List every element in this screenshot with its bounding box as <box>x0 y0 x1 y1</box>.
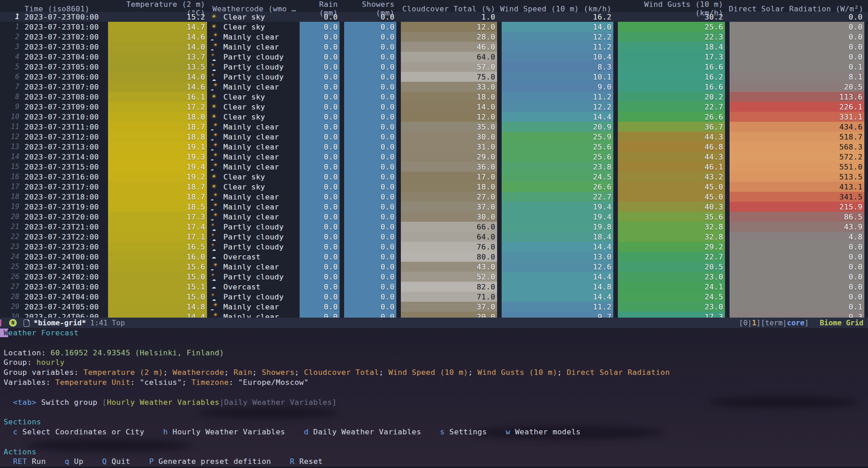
weathercode-label: Partly cloudy <box>223 243 284 251</box>
table-row[interactable]: 92023-07-23T09:0017.2☀Clear sky0.00.014.… <box>0 102 868 112</box>
partly-cloudy-icon: ☀☁ <box>211 292 222 302</box>
cell-showers: 0.0 <box>342 152 399 162</box>
line-number: 26 <box>0 272 22 282</box>
cell-time: 2023-07-23T13:00 <box>22 142 106 152</box>
action-run[interactable]: Run <box>27 457 46 466</box>
key-p[interactable]: P <box>149 457 153 466</box>
table-row[interactable]: 262023-07-24T02:0015.0☀☁Partly cloudy0.0… <box>0 272 868 282</box>
cell-rain: 0.0 <box>298 282 342 292</box>
cell-weathercode: ☀☁Mainly clear <box>210 312 298 318</box>
cell-wind-gusts: 20.2 <box>616 92 728 102</box>
cell-time: 2023-07-24T04:00 <box>22 292 106 302</box>
action-reset[interactable]: Reset <box>295 457 323 466</box>
table-row[interactable]: 22023-07-23T02:0014.6☀☁Mainly clear0.00.… <box>0 32 868 42</box>
table-row[interactable]: 132023-07-23T13:0019.1☀☁Mainly clear0.00… <box>0 142 868 152</box>
cell-rain: 0.0 <box>298 312 342 318</box>
table-row[interactable]: 212023-07-23T21:0017.4☀☁Partly cloudy0.0… <box>0 222 868 232</box>
cursor-position: 1:41 <box>90 319 108 327</box>
cell-rain: 0.0 <box>298 222 342 232</box>
cell-time: 2023-07-24T02:00 <box>22 272 106 282</box>
clear-sky-icon: ☀ <box>211 12 222 22</box>
table-row[interactable]: 272023-07-24T03:0015.1☁Overcast0.00.082.… <box>0 282 868 292</box>
section-daily-weather-variables[interactable]: Daily Weather Variables <box>309 428 421 436</box>
cell-rain: 0.0 <box>298 32 342 42</box>
table-row[interactable]: 302023-07-24T06:0014.4☀☁Mainly clear0.00… <box>0 312 868 318</box>
key-s[interactable]: s <box>440 428 444 436</box>
table-row[interactable]: 12023-07-23T00:0015.2☀Clear sky0.00.01.0… <box>0 12 868 22</box>
cell-rain: 0.0 <box>298 262 342 272</box>
table-row[interactable]: 152023-07-23T15:0019.4☀☁Mainly clear0.00… <box>0 162 868 172</box>
weathercode-label: Mainly clear <box>223 153 279 161</box>
section-select-coordinates-or-city[interactable]: Select Coordinates or City <box>18 428 144 436</box>
table-row[interactable]: 162023-07-23T16:0019.2☀Clear sky0.00.017… <box>0 172 868 182</box>
table-row[interactable]: 142023-07-23T14:0019.3☀☁Mainly clear0.00… <box>0 152 868 162</box>
cell-solar: 0.0 <box>728 252 868 262</box>
table-row[interactable]: 32023-07-23T03:0014.0☀☁Mainly clear0.00.… <box>0 42 868 52</box>
key-w[interactable]: w <box>506 428 510 436</box>
key-d[interactable]: d <box>304 428 308 436</box>
cell-time: 2023-07-23T15:00 <box>22 162 106 172</box>
table-row[interactable]: 222023-07-23T22:0017.1☀☁Partly cloudy0.0… <box>0 232 868 242</box>
action-generate-preset-defition[interactable]: Generate preset defition <box>154 457 271 466</box>
cell-weathercode: ☀☁Partly cloudy <box>210 232 298 242</box>
table-row[interactable]: 232023-07-23T23:0016.5☀☁Partly cloudy0.0… <box>0 242 868 252</box>
section-weather-models[interactable]: Weather models <box>510 428 581 436</box>
workspace-bracket-left: [0| <box>739 319 752 327</box>
cell-solar: 572.2 <box>728 152 868 162</box>
cell-solar: 341.5 <box>728 192 868 202</box>
table-row[interactable]: 192023-07-23T19:0018.5☀☁Mainly clear0.00… <box>0 202 868 212</box>
key-ret[interactable]: RET <box>13 457 27 466</box>
table-row[interactable]: 72023-07-23T07:0014.6☀☁Mainly clear0.00.… <box>0 82 868 92</box>
cell-showers: 0.0 <box>342 312 399 318</box>
key-r[interactable]: R <box>290 457 294 466</box>
key-shift-q[interactable]: Q <box>102 457 107 466</box>
table-row[interactable]: 252023-07-24T01:0015.6☀☁Mainly clear0.00… <box>0 262 868 272</box>
table-row[interactable]: 202023-07-23T20:0017.3☀☁Mainly clear0.00… <box>0 212 868 222</box>
table-row[interactable]: 102023-07-23T10:0018.0☀Clear sky0.00.012… <box>0 112 868 122</box>
major-mode[interactable]: Biome Grid <box>820 319 863 327</box>
action-up[interactable]: Up <box>69 457 84 466</box>
cell-wind-gusts: 45.0 <box>616 192 728 202</box>
modeline-right: [0| 1 ][term| core ] Biome Grid <box>739 319 863 327</box>
action-quit[interactable]: Quit <box>107 457 130 466</box>
cell-temperature: 15.1 <box>106 282 210 292</box>
cell-wind-speed: 11.2 <box>500 92 616 102</box>
weathercode-label: Partly cloudy <box>223 223 284 231</box>
buffer-line: Group: hourly <box>0 358 868 368</box>
key-c[interactable]: c <box>13 428 18 436</box>
cell-weathercode: ☀Clear sky <box>210 92 298 102</box>
cell-wind-gusts: 46.1 <box>616 162 728 172</box>
key-h[interactable]: h <box>163 428 168 436</box>
table-row[interactable]: 82023-07-23T08:0016.1☀Clear sky0.00.018.… <box>0 92 868 102</box>
cell-temperature: 14.6 <box>106 32 210 42</box>
table-row[interactable]: 12023-07-23T01:0014.7☀Clear sky0.00.012.… <box>0 22 868 32</box>
table-row[interactable]: 112023-07-23T11:0018.7☀☁Mainly clear0.00… <box>0 122 868 132</box>
table-row[interactable]: 122023-07-23T12:0018.8☀☁Mainly clear0.00… <box>0 132 868 142</box>
table-row[interactable]: 242023-07-24T00:0016.0☁Overcast0.00.080.… <box>0 252 868 262</box>
cell-wind-speed: 14.4 <box>500 272 616 282</box>
line-number: 19 <box>0 202 22 212</box>
tab-daily-weather-variables[interactable]: Daily Weather Variables <box>224 398 332 407</box>
cell-showers: 0.0 <box>342 272 399 282</box>
cell-wind-speed: 13.0 <box>500 252 616 262</box>
cell-temperature: 17.3 <box>106 212 210 222</box>
section-settings[interactable]: Settings <box>444 428 487 436</box>
table-row[interactable]: 52023-07-23T05:0013.5☀☁Partly cloudy0.00… <box>0 62 868 72</box>
sections-heading: Sections <box>4 418 41 426</box>
key-q[interactable]: q <box>64 457 69 466</box>
group-value: hourly <box>36 358 64 367</box>
section-hourly-weather-variables[interactable]: Hourly Weather Variables <box>168 428 285 436</box>
cell-cloudcover: 46.0 <box>399 42 500 52</box>
cell-temperature: 17.4 <box>106 222 210 232</box>
line-number: 6 <box>0 72 22 82</box>
cell-cloudcover: 27.0 <box>399 192 500 202</box>
table-row[interactable]: 182023-07-23T18:0018.7☀☁Mainly clear0.00… <box>0 192 868 202</box>
table-row[interactable]: 292023-07-24T05:0014.8☀☁Mainly clear0.00… <box>0 302 868 312</box>
table-row[interactable]: 282023-07-24T04:0015.0☀☁Partly cloudy0.0… <box>0 292 868 302</box>
buffer-name[interactable]: *biome-grid* <box>34 319 86 327</box>
tab-hourly-weather-variables[interactable]: Hourly Weather Variables <box>107 398 219 407</box>
table-row[interactable]: 172023-07-23T17:0018.7☀Clear sky0.00.018… <box>0 182 868 192</box>
table-row[interactable]: 62023-07-23T06:0014.0☀☁Partly cloudy0.00… <box>0 72 868 82</box>
table-row[interactable]: 42023-07-23T04:0013.7☀☁Partly cloudy0.00… <box>0 52 868 62</box>
actions-heading: Actions <box>4 448 36 456</box>
